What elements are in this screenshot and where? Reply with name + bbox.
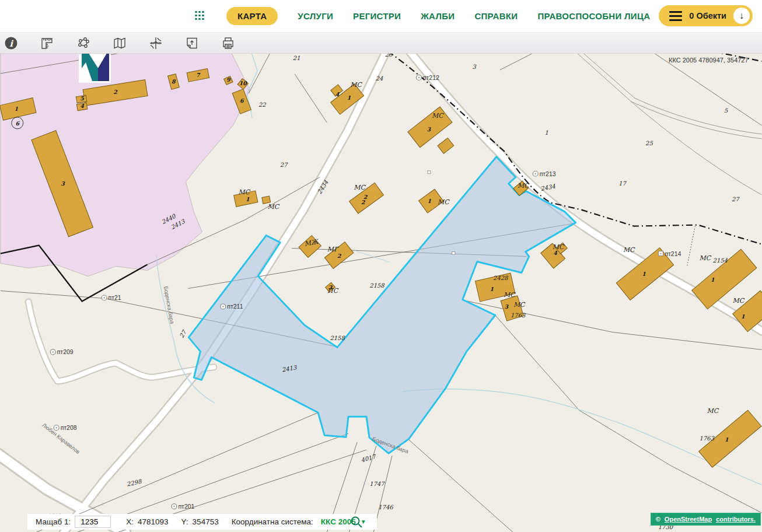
building-label: 1 [347, 94, 351, 101]
scale-input[interactable] [75, 516, 111, 528]
parcel-label: 1763 [511, 312, 526, 318]
survey-point-marker: пт21 [102, 295, 121, 301]
survey-point-marker: пт209 [50, 349, 74, 355]
building-label: 1 [642, 271, 646, 277]
survey-point-marker: пт213 [533, 171, 556, 177]
building-label: МС [553, 243, 565, 251]
svg-text:пт209: пт209 [57, 349, 74, 355]
nav-item-6[interactable]: ПРАВОСПОСОБНИ ЛИЦА [537, 11, 650, 21]
parcel-label: 1746 [378, 504, 394, 510]
nav-item-2[interactable]: УСЛУГИ [298, 11, 333, 21]
parcel-label: 22 [258, 102, 266, 108]
survey-point-marker: пт208 [54, 425, 77, 431]
y-label: Y: [181, 517, 188, 526]
print-icon[interactable] [221, 36, 236, 51]
measure-ruler-icon[interactable] [40, 36, 55, 51]
y-value: 354753 [193, 517, 219, 526]
building-label: МС [700, 254, 712, 262]
building-label: МС [432, 112, 444, 120]
building-label: 1 [14, 106, 18, 112]
top-navigation: КАРТАУСЛУГИРЕГИСТРИЖАЛБИСПРАВКИПРАВОСПОС… [0, 0, 762, 32]
building-label: МС [732, 297, 744, 304]
building-label: МС [350, 81, 362, 89]
parcel-label: 1747 [369, 481, 385, 487]
map-toolbar: i [0, 32, 762, 54]
x-label: X: [126, 517, 134, 526]
map-corner-coordinates: ККС 2005 4780947, 354727 [669, 57, 748, 64]
parcel-label: 5 [724, 107, 728, 114]
parcel-label: 3 [473, 64, 477, 70]
building-label: МС [707, 407, 719, 415]
svg-text:пт213: пт213 [540, 171, 556, 177]
agency-logo [79, 54, 111, 83]
building-label: МГ [327, 246, 339, 253]
survey-point-marker: пт211 [221, 303, 243, 310]
svg-text:пт211: пт211 [227, 303, 243, 310]
building-label: МС [438, 198, 450, 206]
building-label: МС [504, 291, 516, 299]
svg-text:пт201: пт201 [178, 503, 194, 510]
building-label: 1 [725, 436, 729, 443]
building-label: МС [623, 246, 635, 254]
building-label: 10 [239, 80, 248, 86]
survey-point-marker: пт214 [658, 251, 681, 257]
map-canvas[interactable]: 2624212227312551727243424402413243427215… [0, 54, 762, 532]
parcel-label: 27 [280, 162, 288, 168]
search-button[interactable] [350, 516, 363, 531]
building-label: МС [518, 182, 530, 190]
building-label: 4 [335, 91, 340, 97]
svg-text:пт212: пт212 [423, 75, 439, 81]
objects-count-label: 0 Обекти [689, 11, 726, 20]
status-bar: Мащаб 1: X: 4781093 Y: 354753 Координатн… [27, 514, 377, 530]
map-area: 2624212227312551727243424402413243427215… [0, 54, 762, 532]
parcel-label: 17 [618, 180, 627, 187]
parcel-label: 1763 [700, 435, 715, 442]
survey-point-marker: пт201 [172, 503, 195, 510]
scale-label: Мащаб 1: [36, 517, 71, 526]
building-label: ПС [327, 287, 339, 295]
svg-text:пт21: пт21 [109, 295, 121, 301]
svg-text:пт208: пт208 [61, 425, 77, 431]
building-label: 1 [246, 196, 250, 202]
survey-point-marker: пт212 [416, 75, 439, 81]
nav-item-3[interactable]: РЕГИСТРИ [353, 11, 401, 21]
building-label: 1 [428, 198, 432, 204]
nav-items: КАРТАУСЛУГИРЕГИСТРИЖАЛБИСПРАВКИПРАВОСПОС… [195, 7, 693, 25]
x-value: 4781093 [138, 517, 169, 526]
svg-text:пт214: пт214 [665, 251, 681, 257]
info-icon[interactable]: i [4, 36, 19, 51]
export-icon[interactable] [184, 36, 200, 51]
parcel-label: 2154 [713, 257, 728, 264]
parcel-label: 21 [293, 55, 300, 61]
parcel-label: 27 [732, 196, 740, 202]
building-label: МС [267, 203, 279, 211]
down-arrow-icon[interactable]: ↓ [733, 8, 750, 24]
map-layers-icon[interactable] [112, 36, 127, 51]
osm-contributors-link[interactable]: contributors. [716, 516, 756, 523]
apps-grid-icon[interactable] [195, 11, 205, 22]
parcel-label: 25 [645, 140, 653, 146]
crs-label: Координатна система: [232, 517, 313, 526]
hamburger-icon [669, 11, 682, 21]
parcel-label: 24 [376, 75, 383, 82]
nav-item-5[interactable]: СПРАВКИ [474, 11, 518, 21]
parcel-label: 1 [544, 130, 548, 136]
parcel-label: 2428 [493, 275, 509, 281]
building-label: МС [513, 301, 526, 309]
select-polygon-icon[interactable] [76, 36, 91, 51]
osm-link[interactable]: OpenStreetMap [665, 516, 712, 523]
objects-button[interactable]: 0 Обекти ↓ [659, 5, 753, 26]
building-label: 1 [490, 286, 494, 292]
coordinate-axes-icon[interactable] [148, 36, 163, 51]
osm-attribution: © OpenStreetMap contributors. [651, 513, 761, 526]
parcel-label: 26 [385, 54, 393, 58]
building-label: 1 [741, 313, 745, 320]
building-label: 4 [80, 103, 84, 109]
parcel-label: 2158 [369, 282, 385, 289]
building-label: МС [238, 188, 250, 196]
copyright-symbol: © [656, 516, 660, 523]
building-label: 1 [711, 276, 715, 283]
nav-item-1[interactable]: КАРТА [226, 7, 278, 25]
parcel-label: 2158 [330, 335, 345, 341]
nav-item-4[interactable]: ЖАЛБИ [421, 11, 455, 21]
